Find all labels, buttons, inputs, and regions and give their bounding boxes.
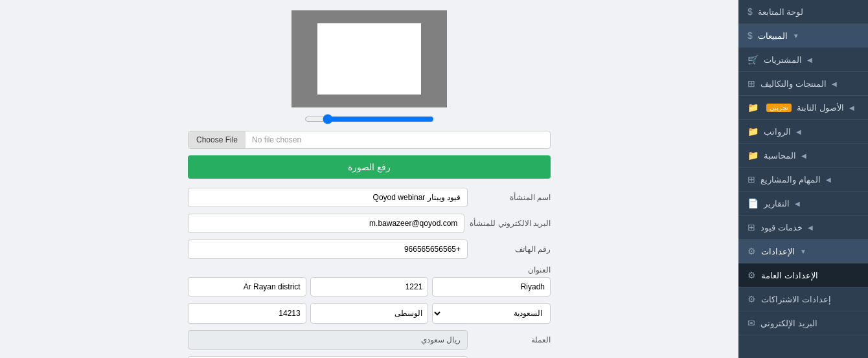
- choose-file-button[interactable]: Choose File: [188, 131, 246, 148]
- settings-icon: ⚙: [748, 246, 756, 256]
- sidebar-item-label: المحاسبة: [764, 151, 796, 161]
- sidebar-item-subscription-settings[interactable]: إعدادات الاشتراكات ⚙: [738, 287, 868, 311]
- zip-input[interactable]: [310, 277, 429, 296]
- chevron-icon: ◀: [796, 128, 801, 135]
- sidebar: لوحة المتابعة $ ▼ المبيعات $ ◀ المشتريات…: [738, 0, 868, 358]
- image-preview: [317, 23, 421, 95]
- sidebar-item-label: إعدادات الاشتراكات: [761, 295, 831, 304]
- company-phone-field: رقم الهاتف: [188, 240, 551, 259]
- currency-label: العملة: [473, 335, 551, 344]
- district-input[interactable]: [188, 277, 306, 296]
- sidebar-item-label: الإعدادات: [761, 247, 795, 256]
- company-phone-input[interactable]: [188, 240, 468, 259]
- sidebar-item-accounting[interactable]: ◀ المحاسبة 📁: [738, 144, 868, 168]
- assets-icon: 📁: [748, 102, 759, 113]
- sales-icon: $: [748, 30, 753, 41]
- sidebar-item-general-settings[interactable]: الإعدادات العامة ⚙: [738, 263, 868, 287]
- file-chosen-label: No file chosen: [246, 131, 550, 148]
- sidebar-item-fixed-assets[interactable]: ◀ الأصول الثابتة تجريبي 📁: [738, 96, 868, 120]
- image-zoom-slider[interactable]: [304, 114, 434, 124]
- accounting-icon: 📁: [748, 150, 759, 161]
- payroll-icon: 📁: [748, 126, 759, 137]
- region-input[interactable]: [310, 303, 429, 324]
- email-icon: ✉: [748, 318, 755, 328]
- chevron-icon: ◀: [849, 104, 854, 111]
- chevron-icon: ◀: [808, 224, 813, 231]
- sidebar-item-label: الإعدادات العامة: [761, 271, 818, 280]
- reports-icon: 📄: [748, 198, 759, 208]
- chevron-icon: ◀: [807, 56, 812, 63]
- sidebar-item-purchases[interactable]: ◀ المشتريات 🛒: [738, 48, 868, 72]
- tasks-icon: ⊞: [748, 174, 755, 185]
- trial-badge: تجريبي: [766, 104, 792, 112]
- sidebar-item-qoyod-services[interactable]: ◀ خدمات قيود ⊞: [738, 216, 868, 240]
- sidebar-item-dashboard[interactable]: لوحة المتابعة $: [738, 0, 868, 24]
- sidebar-item-label: المبيعات: [758, 31, 788, 41]
- dashboard-icon: $: [748, 6, 753, 17]
- sidebar-item-label: خدمات قيود: [760, 223, 803, 232]
- address-row-2: السعودية: [188, 303, 551, 324]
- currency-input: [188, 330, 468, 350]
- chevron-icon: ◀: [795, 200, 800, 207]
- company-email-field: البريد الالكتروني للمنشأة: [188, 214, 551, 233]
- company-name-label: اسم المنشأة: [473, 193, 551, 202]
- chevron-down-icon: ▼: [793, 32, 799, 39]
- company-name-field: اسم المنشأة: [188, 188, 551, 207]
- company-phone-label: رقم الهاتف: [473, 245, 551, 254]
- purchases-icon: 🛒: [748, 54, 759, 65]
- chevron-icon: ◀: [832, 80, 837, 87]
- postal-input[interactable]: [188, 303, 306, 324]
- image-upload-area: [291, 10, 447, 107]
- sidebar-item-label: الرواتب: [764, 127, 791, 137]
- company-name-input[interactable]: [188, 188, 468, 207]
- settings-form: Choose File No file chosen رفع الصورة اس…: [188, 10, 551, 358]
- address-label: العنوان: [188, 265, 551, 274]
- sidebar-item-label: البريد الإلكتروني: [760, 319, 817, 328]
- file-input-row: Choose File No file chosen: [188, 131, 551, 149]
- sidebar-item-email-settings[interactable]: البريد الإلكتروني ✉: [738, 311, 868, 335]
- company-email-input[interactable]: [188, 214, 464, 233]
- address-inputs: [188, 277, 551, 296]
- country-select[interactable]: السعودية: [432, 303, 551, 324]
- sidebar-item-products[interactable]: ◀ المنتجات والتكاليف ⊞: [738, 72, 868, 96]
- sidebar-item-label: الأصول الثابتة: [797, 103, 844, 113]
- company-email-label: البريد الالكتروني للمنشأة: [470, 219, 551, 228]
- chevron-down-icon: ▼: [800, 248, 806, 255]
- sidebar-item-label: لوحة المتابعة: [758, 7, 804, 17]
- general-settings-icon: ⚙: [748, 270, 756, 280]
- sidebar-item-label: المهام والمشاريع: [760, 175, 821, 185]
- main-content: Choose File No file chosen رفع الصورة اس…: [0, 0, 738, 358]
- upload-image-button[interactable]: رفع الصورة: [188, 155, 551, 179]
- services-icon: ⊞: [748, 222, 755, 232]
- city-input[interactable]: [432, 277, 551, 296]
- sidebar-item-payroll[interactable]: ◀ الرواتب 📁: [738, 120, 868, 144]
- sidebar-item-sales[interactable]: ▼ المبيعات $: [738, 24, 868, 48]
- currency-field: العملة: [188, 330, 551, 350]
- sidebar-item-label: المنتجات والتكاليف: [760, 79, 827, 89]
- chevron-icon: ◀: [826, 176, 831, 183]
- sidebar-item-label: المشتريات: [764, 55, 802, 65]
- address-row-1: العنوان: [188, 265, 551, 296]
- chevron-icon: ◀: [801, 152, 806, 159]
- sidebar-item-reports[interactable]: ◀ التقارير 📄: [738, 192, 868, 216]
- sidebar-item-settings[interactable]: ▼ الإعدادات ⚙: [738, 240, 868, 263]
- sidebar-item-tasks[interactable]: ◀ المهام والمشاريع ⊞: [738, 168, 868, 192]
- image-slider-container: [188, 114, 551, 124]
- products-icon: ⊞: [748, 78, 755, 89]
- subscription-icon: ⚙: [748, 294, 756, 304]
- sidebar-item-label: التقارير: [764, 199, 790, 208]
